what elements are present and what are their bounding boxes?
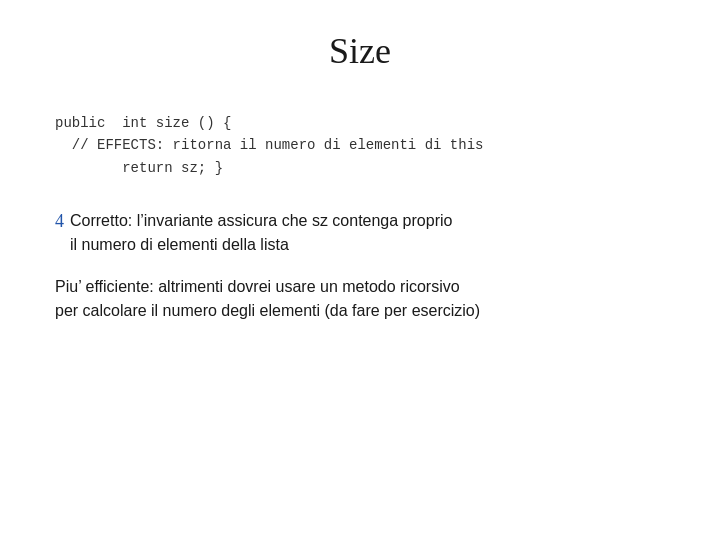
bullet-item: 4 Corretto: l’invariante assicura che sz… bbox=[55, 209, 665, 257]
code-line-1: public int size () { bbox=[55, 112, 665, 134]
slide-title: Size bbox=[55, 30, 665, 72]
paragraph: Piu’ efficiente: altrimenti dovrei usare… bbox=[55, 275, 665, 323]
code-line-3: return sz; } bbox=[55, 157, 665, 179]
code-line-2: // EFFECTS: ritorna il numero di element… bbox=[55, 134, 665, 156]
bullet-symbol: 4 bbox=[55, 209, 64, 234]
slide-container: Size public int size () { // EFFECTS: ri… bbox=[0, 0, 720, 540]
code-block: public int size () { // EFFECTS: ritorna… bbox=[55, 112, 665, 179]
bullet-text: Corretto: l’invariante assicura che sz c… bbox=[70, 209, 452, 257]
